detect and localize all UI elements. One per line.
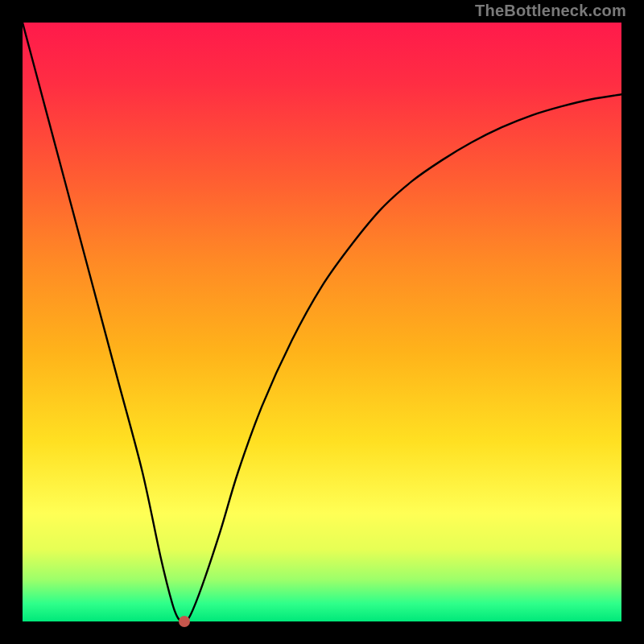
current-point-marker xyxy=(179,616,190,627)
bottleneck-curve xyxy=(23,23,621,621)
plot-area xyxy=(23,23,621,621)
watermark-text: TheBottleneck.com xyxy=(475,2,626,20)
chart-frame: TheBottleneck.com xyxy=(0,0,644,644)
